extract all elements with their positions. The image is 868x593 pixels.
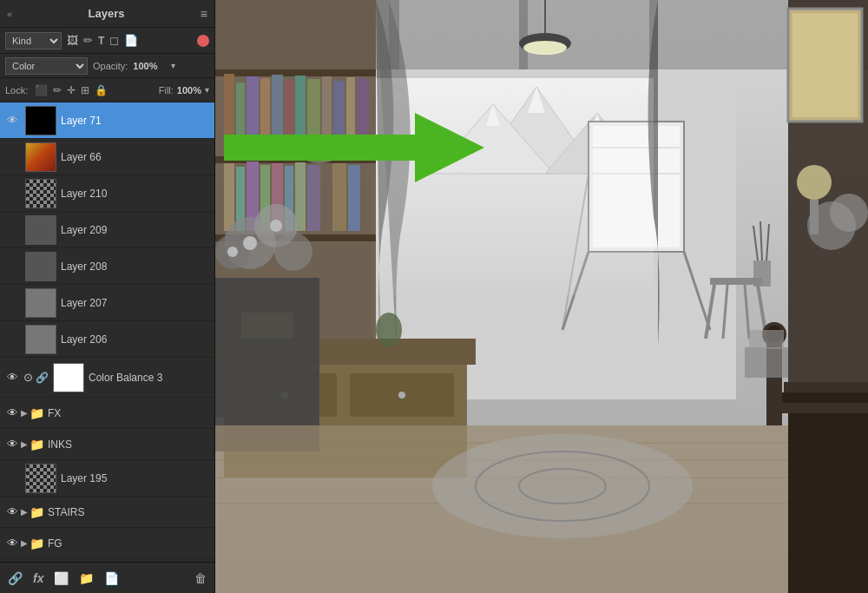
svg-rect-18 bbox=[285, 80, 293, 152]
layer-visibility-eye[interactable] bbox=[3, 331, 21, 348]
layer-item[interactable]: Layer 195 bbox=[0, 460, 214, 497]
layer-thumbnail bbox=[25, 325, 56, 354]
layer-name: Layer 71 bbox=[61, 115, 211, 127]
panel-title: Layers bbox=[89, 7, 125, 20]
filter-toggle[interactable] bbox=[197, 35, 209, 47]
layer-item[interactable]: Layer 209 bbox=[0, 212, 214, 248]
layer-visibility-eye[interactable]: 👁 bbox=[3, 405, 21, 422]
layer-visibility-eye[interactable] bbox=[3, 470, 21, 487]
lock-move-icon[interactable]: ✛ bbox=[67, 84, 76, 96]
add-mask-button[interactable]: ⬜ bbox=[51, 570, 71, 587]
lock-artboard-icon[interactable]: ⊞ bbox=[81, 84, 89, 96]
svg-point-63 bbox=[274, 233, 312, 271]
fill-arrow: ▾ bbox=[205, 85, 209, 95]
layer-visibility-eye[interactable]: 👁 bbox=[3, 369, 21, 386]
layer-name: Layer 207 bbox=[61, 297, 211, 309]
layer-visibility-eye[interactable] bbox=[3, 258, 21, 275]
filter-icons: 🖼 ✏ T ◻ 📄 bbox=[67, 34, 138, 47]
panel-header: « Layers ≡ bbox=[0, 0, 214, 28]
svg-rect-89 bbox=[779, 392, 868, 403]
layer-visibility-eye[interactable]: 👁 bbox=[3, 112, 21, 129]
layer-visibility-eye[interactable] bbox=[3, 221, 21, 239]
layer-name: Layer 208 bbox=[61, 260, 211, 273]
svg-point-64 bbox=[243, 236, 257, 250]
layer-effect-icon: ⊙ bbox=[21, 371, 35, 385]
layer-name: Layer 66 bbox=[61, 151, 211, 163]
layers-panel: « Layers ≡ Kind Name Effect Mode Attribu… bbox=[0, 0, 215, 593]
layer-visibility-eye[interactable]: 👁 bbox=[3, 535, 21, 552]
shape-filter-icon[interactable]: ◻ bbox=[109, 34, 119, 47]
svg-rect-88 bbox=[784, 382, 868, 392]
smart-filter-icon[interactable]: 📄 bbox=[124, 34, 138, 47]
layer-item[interactable]: 👁 Layer 71 bbox=[0, 102, 214, 139]
layer-item[interactable]: Layer 207 bbox=[0, 285, 214, 321]
layer-thumbnail bbox=[53, 363, 84, 392]
layer-group-item[interactable]: 👁 ▶ 📁 STAIRS bbox=[0, 497, 214, 528]
layer-item[interactable]: Layer 206 bbox=[0, 321, 214, 358]
svg-rect-94 bbox=[745, 347, 788, 378]
layer-thumbnail bbox=[25, 106, 56, 135]
group-folder-icon: 📁 bbox=[30, 438, 44, 451]
layer-group-item[interactable]: 👁 ▶ 📁 INKS bbox=[0, 429, 214, 460]
layer-visibility-eye[interactable] bbox=[3, 148, 21, 166]
svg-rect-96 bbox=[753, 260, 771, 287]
svg-rect-78 bbox=[810, 200, 819, 234]
group-collapse-arrow[interactable]: ▶ bbox=[21, 439, 28, 449]
layer-name: STAIRS bbox=[48, 506, 211, 518]
layer-visibility-eye[interactable] bbox=[3, 185, 21, 202]
layer-item[interactable]: Layer 208 bbox=[0, 248, 214, 285]
svg-point-84 bbox=[432, 434, 693, 538]
svg-rect-10 bbox=[215, 69, 376, 76]
layer-visibility-eye[interactable] bbox=[3, 294, 21, 312]
group-folder-icon: 📁 bbox=[30, 406, 44, 420]
layer-group-item[interactable]: ▼ 📁 MID ROOM bbox=[0, 559, 214, 562]
brush-filter-icon[interactable]: ✏ bbox=[83, 34, 93, 47]
layer-item[interactable]: Layer 66 bbox=[0, 139, 214, 175]
blend-mode-select[interactable]: Color Normal Multiply Screen Overlay Sof… bbox=[5, 57, 88, 75]
svg-point-76 bbox=[830, 194, 868, 232]
lock-label: Lock: bbox=[5, 85, 28, 96]
group-folder-icon: 📁 bbox=[30, 505, 44, 519]
layer-visibility-eye[interactable]: 👁 bbox=[3, 504, 21, 521]
svg-rect-25 bbox=[224, 163, 234, 231]
lock-pixels-icon[interactable]: ⬛ bbox=[35, 84, 48, 96]
group-collapse-arrow[interactable]: ▶ bbox=[21, 507, 28, 517]
group-collapse-arrow[interactable]: ▶ bbox=[21, 538, 28, 548]
link-layers-button[interactable]: 🔗 bbox=[5, 570, 25, 587]
filter-kind-select[interactable]: Kind Name Effect Mode Attribute Color Sm… bbox=[5, 32, 62, 49]
lock-all-icon[interactable]: 🔒 bbox=[95, 84, 108, 96]
layer-name: Layer 195 bbox=[61, 472, 211, 484]
svg-rect-14 bbox=[236, 82, 245, 152]
layer-item[interactable]: 👁 ⊙ 🔗 Color Balance 3 bbox=[0, 358, 214, 398]
layer-visibility-eye[interactable]: 👁 bbox=[3, 436, 21, 453]
svg-rect-24 bbox=[357, 78, 369, 152]
fill-value[interactable]: 100% bbox=[177, 85, 201, 96]
opacity-value[interactable]: 100% bbox=[133, 61, 166, 71]
opacity-arrow: ▾ bbox=[171, 61, 175, 70]
svg-point-58 bbox=[376, 313, 402, 347]
layer-thumbnail bbox=[25, 215, 56, 245]
layer-item[interactable]: Layer 210 bbox=[0, 175, 214, 212]
layer-group-item[interactable]: 👁 ▶ 📁 FX bbox=[0, 398, 214, 429]
layer-thumbnail bbox=[25, 288, 56, 318]
svg-point-56 bbox=[398, 392, 405, 399]
layer-group-item[interactable]: 👁 ▶ 📁 FG bbox=[0, 528, 214, 559]
collapse-icon[interactable]: « bbox=[7, 9, 12, 19]
layer-thumbnail bbox=[25, 142, 56, 172]
svg-rect-34 bbox=[348, 165, 360, 231]
layer-thumbnail bbox=[25, 179, 56, 208]
add-style-button[interactable]: fx bbox=[30, 570, 46, 587]
delete-layer-button[interactable]: 🗑 bbox=[192, 570, 209, 587]
layer-link-icon: 🔗 bbox=[35, 371, 49, 385]
svg-rect-32 bbox=[307, 165, 320, 231]
pixel-filter-icon[interactable]: 🖼 bbox=[67, 34, 78, 47]
lock-icons: ⬛ ✏ ✛ ⊞ 🔒 bbox=[35, 84, 108, 96]
new-group-button[interactable]: 📁 bbox=[76, 570, 96, 587]
fill-section: Fill: 100% ▾ bbox=[159, 85, 209, 96]
new-layer-button[interactable]: 📄 bbox=[102, 570, 122, 587]
group-collapse-arrow[interactable]: ▶ bbox=[21, 408, 28, 418]
lock-brush-icon[interactable]: ✏ bbox=[53, 84, 62, 96]
panel-menu-button[interactable]: ≡ bbox=[201, 7, 207, 21]
text-filter-icon[interactable]: T bbox=[98, 35, 104, 47]
svg-rect-4 bbox=[519, 0, 528, 69]
